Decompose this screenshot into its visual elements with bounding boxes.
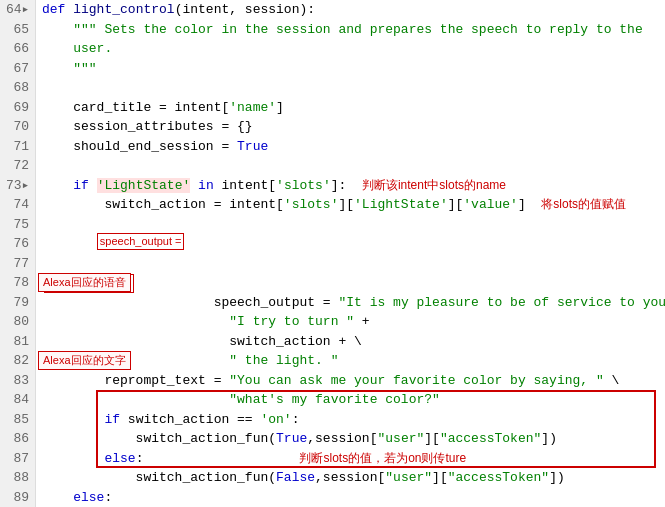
- line-77: switch_action + \: [42, 332, 665, 352]
- ln-66: 66: [6, 39, 29, 59]
- annotation-reprompt-label: Alexa回应的文字: [38, 351, 131, 370]
- ln-73: 73▸: [6, 176, 29, 196]
- line-68: [42, 78, 665, 98]
- line-66: user.: [42, 39, 665, 59]
- ln-70: 70: [6, 117, 29, 137]
- ln-82: 82: [6, 351, 29, 371]
- ln-85: 85: [6, 410, 29, 430]
- ln-87: 87: [6, 449, 29, 469]
- line-80: "what's my favorite color?": [42, 390, 665, 410]
- line-69: card_title = intent['name']: [42, 98, 665, 118]
- line-73: if 'LightState' in intent['slots']: 判断该i…: [42, 176, 665, 196]
- ln-64: 64▸: [6, 0, 29, 20]
- line-85: else:: [42, 488, 665, 508]
- ln-86: 86: [6, 429, 29, 449]
- ln-80: 80: [6, 312, 29, 332]
- code-lines: def light_control(intent, session): """ …: [36, 0, 665, 507]
- ln-77: 77: [6, 254, 29, 274]
- ln-78: 78: [6, 273, 29, 293]
- ln-69: 69: [6, 98, 29, 118]
- ln-79: 79: [6, 293, 29, 313]
- line-64: def light_control(intent, session):: [42, 0, 665, 20]
- ln-65: 65: [6, 20, 29, 40]
- line-82: switch_action_fun(True,session["user"]["…: [42, 429, 665, 449]
- ln-75: 75: [6, 215, 29, 235]
- ln-72: 72: [6, 156, 29, 176]
- line-81: if switch_action == 'on':: [42, 410, 665, 430]
- line-67: """: [42, 59, 665, 79]
- ln-84: 84: [6, 390, 29, 410]
- line-78: " the light. ": [42, 351, 665, 371]
- ln-71: 71: [6, 137, 29, 157]
- line-83: else: 判断slots的值，若为on则传ture: [42, 449, 665, 469]
- line-75: speech_output = speech_output = "It is m…: [42, 215, 665, 313]
- ln-89: 89: [6, 488, 29, 508]
- line-84: switch_action_fun(False,session["user"][…: [42, 468, 665, 488]
- ln-68: 68: [6, 78, 29, 98]
- line-numbers: 64▸ 65 66 67 68 69 70 71 72 73▸ 74 75 76…: [0, 0, 36, 507]
- line-76: "I try to turn " +: [42, 312, 665, 332]
- ln-74: 74: [6, 195, 29, 215]
- ln-81: 81: [6, 332, 29, 352]
- code-editor: 64▸ 65 66 67 68 69 70 71 72 73▸ 74 75 76…: [0, 0, 665, 507]
- line-74: switch_action = intent['slots']['LightSt…: [42, 195, 665, 215]
- ln-67: 67: [6, 59, 29, 79]
- line-79: reprompt_text = "You can ask me your fav…: [42, 371, 665, 391]
- ln-76: 76: [6, 234, 29, 254]
- ln-88: 88: [6, 468, 29, 488]
- line-72: [42, 156, 665, 176]
- line-71: should_end_session = True: [42, 137, 665, 157]
- ln-83: 83: [6, 371, 29, 391]
- annotation-alexa-speech-box: Alexa回应的语音: [38, 273, 131, 292]
- line-70: session_attributes = {}: [42, 117, 665, 137]
- line-65: """ Sets the color in the session and pr…: [42, 20, 665, 40]
